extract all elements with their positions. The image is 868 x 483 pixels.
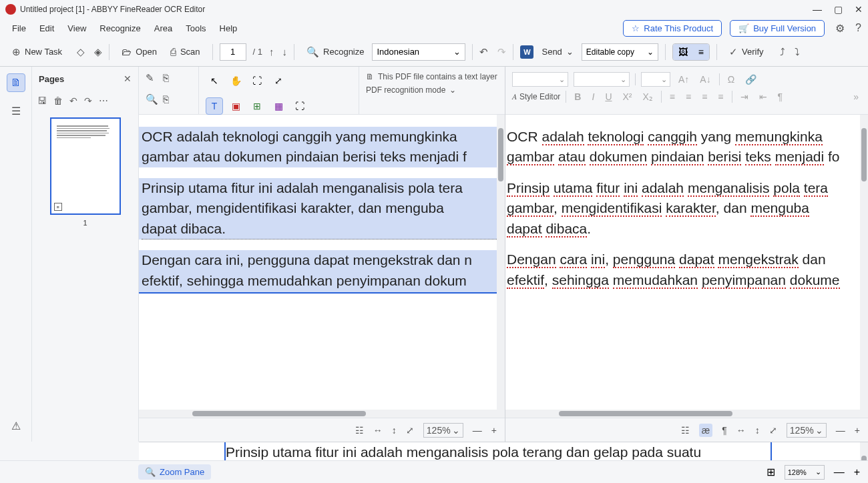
zoom-out-icon[interactable]: — bbox=[836, 425, 845, 436]
menu-area[interactable]: Area bbox=[149, 21, 178, 36]
zoom-select[interactable]: 125%⌄ bbox=[423, 423, 463, 438]
text-view-toggle[interactable]: ≡ bbox=[693, 44, 709, 60]
page-mode-icon[interactable]: 🗎 bbox=[7, 73, 25, 92]
menu-view[interactable]: View bbox=[62, 21, 91, 36]
pointer-tool[interactable]: ↖ bbox=[206, 72, 223, 89]
vertical-scrollbar[interactable] bbox=[497, 115, 505, 410]
copy-icon[interactable]: ⎘ bbox=[163, 93, 175, 109]
redo-icon[interactable]: ↷ bbox=[84, 95, 92, 106]
delete-icon[interactable]: 🗑 bbox=[53, 95, 63, 106]
copy-mode-select[interactable]: Editable copy ⌄ bbox=[582, 43, 658, 61]
fit-width-icon[interactable]: ↔ bbox=[373, 425, 383, 436]
align-justify-icon[interactable]: ≡ bbox=[715, 91, 726, 102]
copy-image-icon[interactable]: ⎘ bbox=[163, 72, 175, 88]
toc-icon[interactable]: ☷ bbox=[681, 425, 690, 436]
hand-tool[interactable]: ✋ bbox=[227, 72, 244, 89]
send-button[interactable]: Send ⌄ bbox=[536, 44, 578, 59]
font-select[interactable]: ⌄ bbox=[512, 72, 568, 87]
zoom-out-icon[interactable]: — bbox=[473, 425, 482, 436]
zoom-in-icon[interactable]: + bbox=[491, 425, 497, 436]
zoom-pane-button[interactable]: 🔍 Zoom Pane bbox=[138, 464, 211, 480]
verify-button[interactable]: ✓ Verify bbox=[724, 43, 769, 61]
more-formatting-icon[interactable]: » bbox=[851, 91, 861, 102]
italic-icon[interactable]: I bbox=[589, 91, 597, 102]
warning-icon[interactable]: ⚠ bbox=[7, 416, 25, 435]
zoom-in-icon[interactable]: + bbox=[855, 425, 860, 436]
toc-icon[interactable]: ☷ bbox=[355, 425, 364, 436]
page-down-icon[interactable]: ↓ bbox=[282, 46, 288, 57]
fit-screen-icon[interactable]: ⤢ bbox=[406, 425, 414, 436]
more-icon[interactable]: ⋯ bbox=[99, 95, 108, 106]
bold-icon[interactable]: B bbox=[572, 91, 584, 102]
list-mode-icon[interactable]: ☰ bbox=[7, 101, 25, 120]
underline-icon[interactable]: U bbox=[602, 91, 614, 102]
page-number-input[interactable] bbox=[220, 43, 246, 61]
align-left-icon[interactable]: ≡ bbox=[667, 91, 678, 102]
page-thumbnail[interactable]: ≡ bbox=[50, 117, 121, 215]
zoom-select[interactable]: 125%⌄ bbox=[787, 423, 827, 438]
recognize-button[interactable]: 🔍 Recognize bbox=[301, 43, 369, 61]
decrease-font-icon[interactable]: A↓ bbox=[697, 74, 713, 85]
align-right-icon[interactable]: ≡ bbox=[699, 91, 710, 102]
indent-icon[interactable]: ⇥ bbox=[738, 91, 751, 102]
align-center-icon[interactable]: ≡ bbox=[683, 91, 694, 102]
zoom-select[interactable]: 128%⌄ bbox=[785, 465, 825, 480]
help-icon[interactable]: ? bbox=[855, 22, 861, 34]
grid-icon[interactable]: ⊞ bbox=[767, 466, 775, 478]
close-pages-icon[interactable]: ✕ bbox=[124, 73, 132, 84]
maximize-button[interactable]: ▢ bbox=[834, 4, 843, 15]
pilcrow-icon[interactable]: ¶ bbox=[722, 425, 727, 436]
buy-full-version-button[interactable]: 🛒 Buy Full Version bbox=[730, 20, 825, 37]
pdf-mode-label[interactable]: PDF recognition mode bbox=[366, 85, 445, 95]
background-area-tool[interactable]: ▦ bbox=[270, 97, 287, 115]
find-icon[interactable]: 🔍 bbox=[146, 93, 158, 109]
fit-height-icon[interactable]: ↕ bbox=[392, 425, 397, 436]
arrow-up-icon[interactable]: ⤴ bbox=[780, 46, 785, 57]
minimize-button[interactable]: — bbox=[813, 4, 822, 15]
layers2-icon[interactable]: ◈ bbox=[94, 46, 102, 58]
language-input[interactable] bbox=[377, 47, 443, 57]
pilcrow-icon[interactable]: ¶ bbox=[775, 91, 786, 102]
superscript-icon[interactable]: X² bbox=[620, 91, 635, 102]
fit-width-icon[interactable]: ↔ bbox=[736, 425, 746, 436]
open-button[interactable]: 🗁 Open bbox=[116, 43, 162, 60]
fit-screen-icon[interactable]: ⤢ bbox=[769, 425, 777, 436]
edit-image-icon[interactable]: ✎ bbox=[146, 72, 158, 88]
layers-icon[interactable]: ◇ bbox=[77, 46, 85, 58]
expand-tool[interactable]: ⤢ bbox=[270, 72, 287, 89]
settings-icon[interactable]: ⚙ bbox=[835, 22, 845, 35]
link-icon[interactable]: 🔗 bbox=[742, 74, 759, 85]
redo-icon[interactable]: ↷ bbox=[497, 46, 506, 58]
page-up-icon[interactable]: ↑ bbox=[269, 46, 274, 57]
new-task-button[interactable]: ⊕ New Task bbox=[7, 43, 67, 61]
menu-recognize[interactable]: Recognize bbox=[94, 21, 146, 36]
close-button[interactable]: ✕ bbox=[855, 4, 863, 15]
undo-icon[interactable]: ↶ bbox=[69, 95, 77, 106]
menu-edit[interactable]: Edit bbox=[34, 21, 59, 36]
save-icon[interactable]: 🖫 bbox=[37, 95, 47, 106]
fit-height-icon[interactable]: ↕ bbox=[755, 425, 760, 436]
text-area-tool[interactable]: T bbox=[206, 97, 223, 115]
horizontal-scrollbar[interactable] bbox=[505, 410, 868, 418]
fullscreen-tool[interactable]: ⛶ bbox=[291, 97, 308, 115]
chevron-down-icon[interactable]: ⌄ bbox=[449, 85, 456, 95]
increase-font-icon[interactable]: A↑ bbox=[676, 74, 692, 85]
image-view-toggle[interactable]: 🖼 bbox=[673, 44, 693, 60]
document-image-view[interactable]: OCR adalah teknologi canggih yang memung… bbox=[139, 115, 505, 294]
vertical-scrollbar[interactable] bbox=[860, 115, 868, 410]
menu-help[interactable]: Help bbox=[214, 21, 243, 36]
subscript-icon[interactable]: X₂ bbox=[640, 91, 656, 102]
font-style-select[interactable]: ⌄ bbox=[574, 72, 630, 87]
horizontal-scrollbar[interactable] bbox=[139, 410, 505, 418]
arrow-down-icon[interactable]: ⤵ bbox=[795, 46, 800, 57]
spellcheck-icon[interactable]: æ bbox=[699, 424, 712, 437]
text-editor-view[interactable]: OCR adalah teknologi canggih yang memung… bbox=[505, 115, 868, 410]
zoom-in-icon[interactable]: + bbox=[854, 466, 860, 478]
table-area-tool[interactable]: ⊞ bbox=[248, 97, 266, 115]
language-select[interactable]: ⌄ bbox=[372, 43, 465, 61]
menu-file[interactable]: File bbox=[7, 21, 31, 36]
outdent-icon[interactable]: ⇤ bbox=[756, 91, 770, 102]
style-editor-button[interactable]: 𝐴 Style Editor bbox=[512, 92, 560, 101]
zoom-out-icon[interactable]: — bbox=[834, 466, 845, 478]
word-icon[interactable]: W bbox=[520, 45, 533, 59]
